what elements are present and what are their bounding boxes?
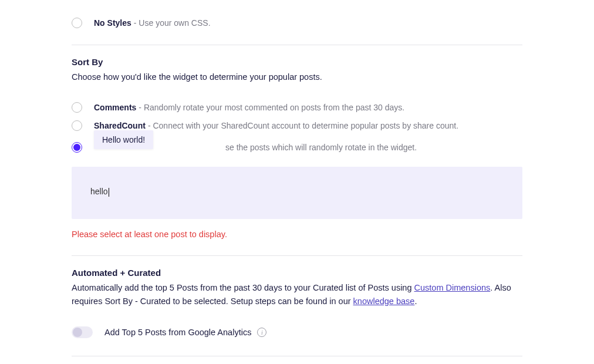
radio-option-curated[interactable]: Hello world! se the posts which will ran…	[72, 139, 522, 156]
sortby-desc: Choose how you'd like the widget to dete…	[72, 70, 522, 83]
autocomplete-suggestion[interactable]: Hello world!	[94, 130, 153, 149]
curated-posts-input-container[interactable]: hello	[72, 167, 522, 219]
radio-sharedcount[interactable]	[72, 120, 82, 131]
error-message: Please select at least one post to displ…	[72, 230, 522, 239]
curated-posts-input-text[interactable]: hello	[90, 187, 108, 196]
divider	[72, 356, 522, 356]
radio-option-sharedcount[interactable]: SharedCount - Connect with your SharedCo…	[72, 120, 522, 131]
radio-label-sharedcount: SharedCount	[94, 121, 146, 130]
radio-desc-sharedcount: - Connect with your SharedCount account …	[148, 121, 458, 130]
radio-option-comments[interactable]: Comments - Randomly rotate your most com…	[72, 102, 522, 113]
radio-option-no-styles[interactable]: No Styles - Use your own CSS.	[72, 18, 522, 28]
sortby-title: Sort By	[72, 57, 522, 67]
radio-comments[interactable]	[72, 102, 82, 113]
radio-curated[interactable]	[72, 142, 82, 153]
radio-desc-comments: - Randomly rotate your most commented on…	[139, 103, 404, 112]
link-knowledge-base[interactable]: knowledge base	[353, 296, 415, 306]
radio-desc-no-styles: - Use your own CSS.	[134, 18, 211, 28]
automated-desc: Automatically add the top 5 Posts from t…	[72, 281, 522, 308]
toggle-label-ga: Add Top 5 Posts from Google Analytics	[104, 328, 251, 337]
info-icon[interactable]: i	[257, 328, 266, 337]
toggle-row-ga: Add Top 5 Posts from Google Analytics i	[72, 326, 522, 338]
link-custom-dimensions[interactable]: Custom Dimensions	[414, 283, 491, 292]
text-caret	[109, 188, 109, 197]
divider	[72, 45, 522, 45]
toggle-add-top5[interactable]	[72, 326, 93, 338]
autocomplete-suggestion-text: Hello world!	[102, 135, 145, 144]
radio-label-no-styles: No Styles	[94, 18, 131, 28]
radio-desc-curated: se the posts which will randomly rotate …	[225, 143, 417, 152]
toggle-knob	[73, 328, 82, 337]
divider	[72, 255, 522, 256]
radio-label-comments: Comments	[94, 103, 136, 112]
automated-title: Automated + Curated	[72, 268, 522, 278]
radio-no-styles[interactable]	[72, 18, 82, 28]
